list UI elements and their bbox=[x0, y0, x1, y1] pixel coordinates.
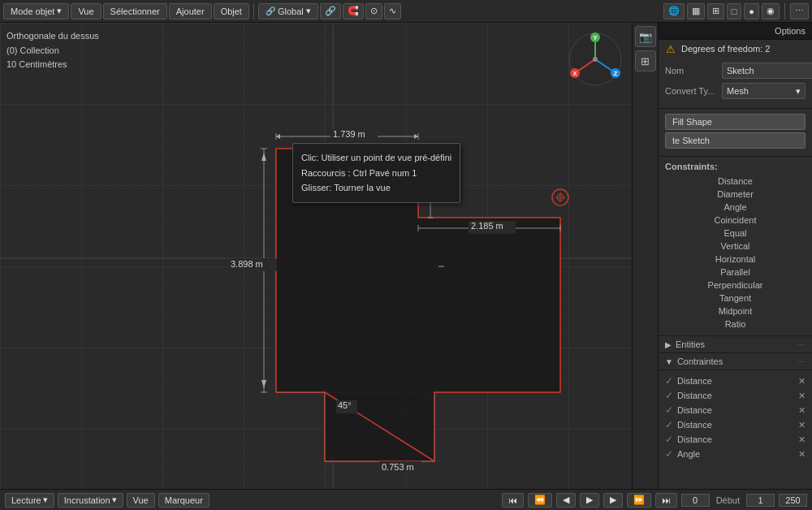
constraint-item-tangent[interactable]: Tangent bbox=[665, 292, 806, 305]
close-icon[interactable]: ✕ bbox=[798, 449, 806, 460]
nom-row: Nom bbox=[665, 63, 806, 79]
constraint-item-horizontal[interactable]: Horizontal bbox=[665, 253, 806, 266]
svg-rect-44 bbox=[330, 129, 378, 142]
next-frame-btn[interactable]: ▶ bbox=[603, 493, 623, 508]
contrainte-row: ✓ Distance ✕ bbox=[659, 388, 812, 403]
right-panel: Options ⚠ Degrees of freedom: 2 Nom Conv… bbox=[658, 23, 812, 489]
contrainte-row: ✓ Angle ✕ bbox=[659, 447, 812, 461]
gizmo-svg[interactable]: Y X Z bbox=[567, 31, 624, 88]
tooltip-line3: Glisser: Tourner la vue bbox=[301, 180, 451, 196]
menu-dots-btn[interactable]: ⋯ bbox=[790, 3, 809, 19]
constraint-item-ratio[interactable]: Ratio bbox=[665, 318, 806, 331]
exit-sketch-btn[interactable]: te Sketch bbox=[665, 132, 806, 149]
check-icon: ✓ bbox=[665, 390, 673, 401]
proportional-btn[interactable]: ⊙ bbox=[365, 3, 382, 19]
constraint-item-vertical[interactable]: Vertical bbox=[665, 240, 806, 253]
constraints-header: Constraints: bbox=[665, 162, 806, 171]
grid-canvas bbox=[0, 23, 632, 489]
debut-label: Début bbox=[716, 495, 740, 505]
close-icon[interactable]: ✕ bbox=[798, 376, 806, 387]
contrainte-row: ✓ Distance ✕ bbox=[659, 403, 812, 417]
frame-start: 0 bbox=[681, 494, 710, 507]
contrainte-name: Distance bbox=[677, 434, 798, 444]
marqueur-btn[interactable]: Marqueur bbox=[158, 493, 209, 508]
side-icons: 📷 ⊞ bbox=[632, 23, 658, 489]
global-btn[interactable]: 🔗 Global ▾ bbox=[258, 3, 318, 19]
constraint-item-diameter[interactable]: Diameter bbox=[665, 188, 806, 201]
constraint-item-perpendicular[interactable]: Perpendicular bbox=[665, 279, 806, 292]
contraintes-label: Contraintes bbox=[677, 357, 723, 366]
contraintes-section-title[interactable]: ▼ Contraintes ⋯ bbox=[659, 353, 812, 370]
constraint-item-distance[interactable]: Distance bbox=[665, 175, 806, 188]
constraint-item-angle[interactable]: Angle bbox=[665, 201, 806, 214]
close-icon[interactable]: ✕ bbox=[798, 420, 806, 430]
nom-input[interactable] bbox=[722, 63, 812, 79]
incrustation-btn[interactable]: Incrustation ▾ bbox=[58, 493, 123, 508]
link-btn[interactable]: 🔗 bbox=[320, 3, 341, 19]
convert-label: Convert Ty... bbox=[665, 86, 718, 96]
tooltip-line2: Raccourcis : Ctrl Pavé num 1 bbox=[301, 166, 451, 181]
svg-rect-49 bbox=[379, 461, 421, 474]
contraintes-list: ✓ Distance ✕ ✓ Distance ✕ ✓ Distance ✕ ✓… bbox=[659, 370, 812, 465]
table-icon-btn[interactable]: ⊞ bbox=[635, 50, 656, 71]
ajouter-menu-btn[interactable]: Ajouter bbox=[169, 3, 212, 19]
svg-point-60 bbox=[593, 57, 598, 62]
magnet-btn[interactable]: 🧲 bbox=[343, 3, 364, 19]
close-icon[interactable]: ✕ bbox=[798, 434, 806, 445]
mode-objet-btn[interactable]: Mode objet ▾ bbox=[3, 3, 69, 19]
constraint-item-midpoint[interactable]: Midpoint bbox=[665, 305, 806, 318]
constraint-item-coincident[interactable]: Coincident bbox=[665, 214, 806, 227]
svg-text:Z: Z bbox=[614, 70, 618, 77]
check-icon: ✓ bbox=[665, 404, 673, 416]
play-btn[interactable]: ▶ bbox=[580, 493, 599, 508]
wave-btn[interactable]: ∿ bbox=[384, 3, 401, 19]
xray-btn[interactable]: □ bbox=[727, 3, 742, 19]
nom-label: Nom bbox=[665, 66, 718, 76]
contrainte-name: Angle bbox=[677, 449, 798, 459]
contraintes-dots: ⋯ bbox=[797, 357, 806, 366]
convert-dropdown[interactable]: Mesh ▾ bbox=[722, 83, 806, 99]
top-right-icons: 🌐 ▦ ⊞ □ ● ◉ ⋯ bbox=[663, 3, 809, 19]
svg-text:Y: Y bbox=[593, 34, 598, 41]
render-btn[interactable]: ◉ bbox=[762, 3, 780, 19]
svg-text:X: X bbox=[572, 70, 577, 77]
check-icon: ✓ bbox=[665, 375, 673, 387]
constraints-section: Constraints: DistanceDiameterAngleCoinci… bbox=[659, 157, 812, 336]
check-icon: ✓ bbox=[665, 419, 673, 430]
viewport[interactable]: Orthogonale du dessus (0) Collection 10 … bbox=[0, 23, 632, 489]
bottom-right: ⏮ ⏪ ◀ ▶ ▶ ⏩ ⏭ 0 Début 1 250 bbox=[502, 493, 807, 508]
jump-start-btn[interactable]: ⏮ bbox=[502, 493, 524, 508]
jump-end-btn[interactable]: ⏭ bbox=[655, 493, 677, 508]
constraints-list: DistanceDiameterAngleCoincidentEqualVert… bbox=[665, 175, 806, 331]
camera-icon-btn[interactable]: 📷 bbox=[635, 26, 656, 47]
lecture-btn[interactable]: Lecture ▾ bbox=[5, 493, 54, 508]
contrainte-row: ✓ Distance ✕ bbox=[659, 432, 812, 447]
prev-frame-btn[interactable]: ◀ bbox=[556, 493, 576, 508]
svg-rect-46 bbox=[469, 221, 516, 234]
convert-row: Convert Ty... Mesh ▾ bbox=[665, 83, 806, 99]
vue-menu-btn[interactable]: Vue bbox=[71, 3, 101, 19]
close-icon[interactable]: ✕ bbox=[798, 405, 806, 416]
prev-keyframe-btn[interactable]: ⏪ bbox=[528, 493, 552, 508]
gizmo[interactable]: Y X Z bbox=[567, 31, 624, 90]
action-buttons-section: Fill Shape te Sketch bbox=[659, 109, 812, 157]
selectionner-menu-btn[interactable]: Sélectionner bbox=[103, 3, 167, 19]
grid-btn[interactable]: ▦ bbox=[687, 3, 705, 19]
svg-rect-47 bbox=[230, 258, 277, 271]
entities-chevron: ▶ bbox=[665, 340, 672, 349]
objet-menu-btn[interactable]: Objet bbox=[214, 3, 249, 19]
close-icon[interactable]: ✕ bbox=[798, 391, 806, 401]
constraint-item-equal[interactable]: Equal bbox=[665, 227, 806, 240]
next-keyframe-btn[interactable]: ⏩ bbox=[627, 493, 651, 508]
entities-section-title[interactable]: ▶ Entities ⋯ bbox=[659, 336, 812, 353]
tooltip: Clic: Utiliser un point de vue pré-défin… bbox=[292, 143, 460, 203]
solid-btn[interactable]: ● bbox=[744, 3, 759, 19]
fill-shape-btn[interactable]: Fill Shape bbox=[665, 114, 806, 130]
constraint-item-parallel[interactable]: Parallel bbox=[665, 266, 806, 279]
bottom-vue-btn[interactable]: Vue bbox=[127, 493, 155, 508]
check-icon: ✓ bbox=[665, 434, 673, 445]
sphere-btn[interactable]: 🌐 bbox=[663, 3, 685, 19]
overlay-btn[interactable]: ⊞ bbox=[707, 3, 724, 19]
entities-label: Entities bbox=[676, 339, 705, 349]
bottom-toolbar: Lecture ▾ Incrustation ▾ Vue Marqueur ⏮ … bbox=[0, 489, 812, 510]
